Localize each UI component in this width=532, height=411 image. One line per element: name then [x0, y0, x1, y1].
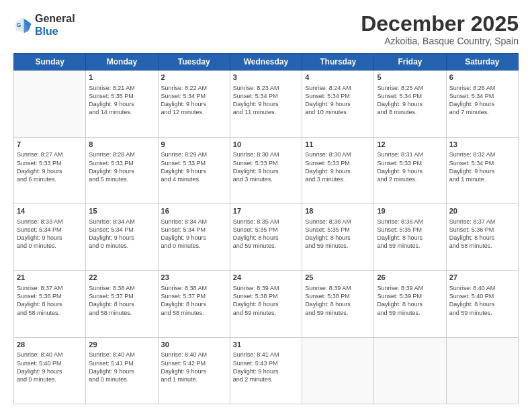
day-number: 23	[161, 273, 227, 283]
calendar-week-2: 7Sunrise: 8:27 AM Sunset: 5:33 PM Daylig…	[14, 137, 519, 203]
calendar-cell: 9Sunrise: 8:29 AM Sunset: 5:33 PM Daylig…	[158, 137, 230, 203]
weekday-header-wednesday: Wednesday	[230, 54, 302, 71]
calendar-cell: 25Sunrise: 8:39 AM Sunset: 5:38 PM Dayli…	[302, 271, 374, 337]
calendar-cell: 15Sunrise: 8:34 AM Sunset: 5:34 PM Dayli…	[86, 203, 158, 270]
day-number: 22	[89, 273, 154, 283]
calendar-cell: 16Sunrise: 8:34 AM Sunset: 5:34 PM Dayli…	[158, 203, 230, 270]
cell-content: Sunrise: 8:26 AM Sunset: 5:34 PM Dayligh…	[449, 84, 515, 117]
logo-line2: Blue	[35, 25, 75, 38]
cell-content: Sunrise: 8:30 AM Sunset: 5:33 PM Dayligh…	[305, 150, 371, 183]
calendar-week-5: 28Sunrise: 8:40 AM Sunset: 5:40 PM Dayli…	[14, 337, 519, 404]
cell-content: Sunrise: 8:39 AM Sunset: 5:39 PM Dayligh…	[377, 284, 443, 317]
weekday-header-saturday: Saturday	[446, 54, 518, 71]
calendar-week-4: 21Sunrise: 8:37 AM Sunset: 5:36 PM Dayli…	[14, 271, 519, 337]
weekday-header-sunday: Sunday	[14, 54, 86, 71]
day-number: 31	[233, 340, 299, 350]
day-number: 16	[161, 206, 227, 216]
logo-icon: G	[13, 15, 32, 34]
location: Azkoitia, Basque Country, Spain	[361, 36, 519, 46]
day-number: 3	[233, 73, 299, 83]
cell-content: Sunrise: 8:29 AM Sunset: 5:33 PM Dayligh…	[161, 150, 227, 183]
calendar-cell: 5Sunrise: 8:25 AM Sunset: 5:34 PM Daylig…	[374, 71, 446, 137]
calendar-week-1: 1Sunrise: 8:21 AM Sunset: 5:35 PM Daylig…	[14, 71, 519, 137]
logo-line1: General	[35, 12, 75, 25]
calendar-cell: 3Sunrise: 8:23 AM Sunset: 5:34 PM Daylig…	[230, 71, 302, 137]
day-number: 13	[449, 140, 515, 150]
calendar-cell: 4Sunrise: 8:24 AM Sunset: 5:34 PM Daylig…	[302, 71, 374, 137]
day-number: 4	[305, 73, 371, 83]
calendar-cell	[14, 71, 86, 137]
cell-content: Sunrise: 8:23 AM Sunset: 5:34 PM Dayligh…	[233, 84, 299, 117]
calendar-cell: 24Sunrise: 8:39 AM Sunset: 5:38 PM Dayli…	[230, 271, 302, 337]
cell-content: Sunrise: 8:35 AM Sunset: 5:35 PM Dayligh…	[233, 218, 299, 250]
day-number: 8	[89, 140, 154, 150]
day-number: 18	[305, 206, 371, 216]
calendar-cell: 7Sunrise: 8:27 AM Sunset: 5:33 PM Daylig…	[14, 137, 86, 203]
cell-content: Sunrise: 8:37 AM Sunset: 5:36 PM Dayligh…	[17, 284, 83, 317]
page: G General Blue December 2025 Azkoitia, B…	[0, 0, 532, 411]
weekday-header-row: SundayMondayTuesdayWednesdayThursdayFrid…	[14, 54, 519, 71]
cell-content: Sunrise: 8:41 AM Sunset: 5:43 PM Dayligh…	[233, 351, 299, 383]
cell-content: Sunrise: 8:40 AM Sunset: 5:40 PM Dayligh…	[449, 284, 515, 317]
calendar-cell: 14Sunrise: 8:33 AM Sunset: 5:34 PM Dayli…	[14, 203, 86, 270]
cell-content: Sunrise: 8:38 AM Sunset: 5:37 PM Dayligh…	[161, 284, 227, 317]
cell-content: Sunrise: 8:36 AM Sunset: 5:35 PM Dayligh…	[377, 218, 443, 250]
weekday-header-thursday: Thursday	[302, 54, 374, 71]
calendar-cell: 30Sunrise: 8:40 AM Sunset: 5:42 PM Dayli…	[158, 337, 230, 404]
day-number: 5	[377, 73, 443, 83]
calendar-cell	[446, 337, 518, 404]
calendar-week-3: 14Sunrise: 8:33 AM Sunset: 5:34 PM Dayli…	[14, 203, 519, 270]
day-number: 27	[449, 273, 515, 283]
cell-content: Sunrise: 8:24 AM Sunset: 5:34 PM Dayligh…	[305, 84, 371, 117]
cell-content: Sunrise: 8:21 AM Sunset: 5:35 PM Dayligh…	[89, 84, 154, 117]
cell-content: Sunrise: 8:38 AM Sunset: 5:37 PM Dayligh…	[89, 284, 154, 317]
day-number: 30	[161, 340, 227, 350]
calendar-cell: 17Sunrise: 8:35 AM Sunset: 5:35 PM Dayli…	[230, 203, 302, 270]
cell-content: Sunrise: 8:39 AM Sunset: 5:38 PM Dayligh…	[233, 284, 299, 317]
day-number: 2	[161, 73, 227, 83]
day-number: 25	[305, 273, 371, 283]
calendar-cell: 11Sunrise: 8:30 AM Sunset: 5:33 PM Dayli…	[302, 137, 374, 203]
day-number: 15	[89, 206, 154, 216]
calendar-cell: 23Sunrise: 8:38 AM Sunset: 5:37 PM Dayli…	[158, 271, 230, 337]
calendar-cell: 27Sunrise: 8:40 AM Sunset: 5:40 PM Dayli…	[446, 271, 518, 337]
cell-content: Sunrise: 8:27 AM Sunset: 5:33 PM Dayligh…	[17, 150, 83, 183]
calendar-table: SundayMondayTuesdayWednesdayThursdayFrid…	[13, 53, 519, 404]
day-number: 28	[17, 340, 83, 350]
logo: G General Blue	[13, 12, 75, 38]
calendar-cell	[302, 337, 374, 404]
logo-text: General Blue	[35, 12, 75, 38]
day-number: 21	[17, 273, 83, 283]
day-number: 29	[89, 340, 154, 350]
day-number: 10	[233, 140, 299, 150]
cell-content: Sunrise: 8:33 AM Sunset: 5:34 PM Dayligh…	[17, 218, 83, 250]
cell-content: Sunrise: 8:39 AM Sunset: 5:38 PM Dayligh…	[305, 284, 371, 317]
cell-content: Sunrise: 8:40 AM Sunset: 5:41 PM Dayligh…	[89, 351, 154, 383]
calendar-cell: 2Sunrise: 8:22 AM Sunset: 5:34 PM Daylig…	[158, 71, 230, 137]
cell-content: Sunrise: 8:30 AM Sunset: 5:33 PM Dayligh…	[233, 150, 299, 183]
day-number: 26	[377, 273, 443, 283]
title-block: December 2025 Azkoitia, Basque Country, …	[361, 12, 519, 46]
svg-text:G: G	[17, 21, 21, 28]
day-number: 1	[89, 73, 154, 83]
calendar-cell: 26Sunrise: 8:39 AM Sunset: 5:39 PM Dayli…	[374, 271, 446, 337]
calendar-cell: 31Sunrise: 8:41 AM Sunset: 5:43 PM Dayli…	[230, 337, 302, 404]
cell-content: Sunrise: 8:28 AM Sunset: 5:33 PM Dayligh…	[89, 150, 154, 183]
calendar-cell: 18Sunrise: 8:36 AM Sunset: 5:35 PM Dayli…	[302, 203, 374, 270]
day-number: 11	[305, 140, 371, 150]
cell-content: Sunrise: 8:32 AM Sunset: 5:34 PM Dayligh…	[449, 150, 515, 183]
calendar-cell: 19Sunrise: 8:36 AM Sunset: 5:35 PM Dayli…	[374, 203, 446, 270]
cell-content: Sunrise: 8:22 AM Sunset: 5:34 PM Dayligh…	[161, 84, 227, 117]
cell-content: Sunrise: 8:37 AM Sunset: 5:36 PM Dayligh…	[449, 218, 515, 250]
calendar-cell: 8Sunrise: 8:28 AM Sunset: 5:33 PM Daylig…	[86, 137, 158, 203]
header: G General Blue December 2025 Azkoitia, B…	[13, 12, 519, 46]
calendar-cell: 22Sunrise: 8:38 AM Sunset: 5:37 PM Dayli…	[86, 271, 158, 337]
calendar-header: SundayMondayTuesdayWednesdayThursdayFrid…	[14, 54, 519, 71]
day-number: 14	[17, 206, 83, 216]
calendar-cell: 21Sunrise: 8:37 AM Sunset: 5:36 PM Dayli…	[14, 271, 86, 337]
cell-content: Sunrise: 8:25 AM Sunset: 5:34 PM Dayligh…	[377, 84, 443, 117]
day-number: 20	[449, 206, 515, 216]
day-number: 24	[233, 273, 299, 283]
day-number: 9	[161, 140, 227, 150]
cell-content: Sunrise: 8:31 AM Sunset: 5:33 PM Dayligh…	[377, 150, 443, 183]
